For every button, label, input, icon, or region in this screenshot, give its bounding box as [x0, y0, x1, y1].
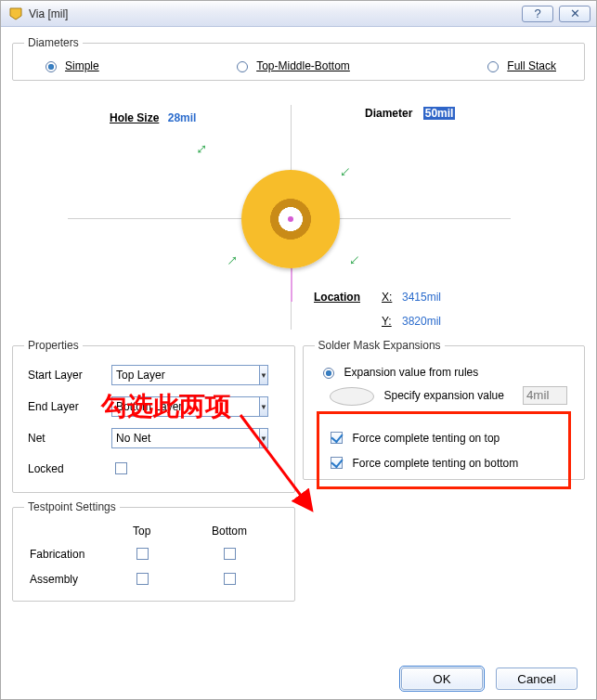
fabrication-top-checkbox[interactable]	[136, 548, 149, 560]
chevron-down-icon[interactable]: ▼	[260, 365, 268, 385]
location-y-label: Y:	[382, 315, 392, 328]
svg-line-1	[240, 415, 310, 508]
assembly-bottom-checkbox[interactable]	[224, 573, 236, 585]
fabrication-bottom-checkbox[interactable]	[224, 548, 236, 560]
tenting-top-option[interactable]: Force complete tenting on top	[327, 429, 562, 447]
assembly-label: Assembly	[24, 566, 108, 591]
solder-mask-group: Solder Mask Expansions Expansion value f…	[303, 339, 586, 480]
fabrication-label: Fabrication	[24, 541, 108, 566]
diameters-group: Diameters Simple Top-Middle-Bottom Full …	[12, 36, 585, 81]
chevron-down-icon[interactable]: ▼	[260, 396, 268, 417]
dimension-arrow-icon: ↔	[188, 136, 214, 162]
via-diagram: Hole Size 28mil Diameter 50mil ↔ → → → L…	[12, 88, 585, 339]
radio-simple[interactable]: Simple	[41, 58, 99, 72]
title-bar[interactable]: Via [mil] ? ✕	[1, 1, 596, 27]
locked-checkbox[interactable]	[115, 462, 127, 474]
diameter-value[interactable]: 50mil	[423, 107, 456, 120]
expansion-value-input[interactable]	[523, 386, 567, 405]
radio-full-stack[interactable]: Full Stack	[483, 58, 556, 72]
via-ring-icon	[241, 170, 340, 268]
annotation-arrow-icon	[240, 415, 333, 526]
close-button[interactable]: ✕	[559, 6, 591, 22]
radio-specify-expansion[interactable]: Specify expansion value	[318, 384, 570, 406]
button-bar: OK Cancel	[401, 668, 578, 690]
location-y-value[interactable]: 3820mil	[402, 315, 441, 328]
end-layer-label: End Layer	[24, 391, 108, 422]
assembly-top-checkbox[interactable]	[136, 573, 149, 585]
location-x-value[interactable]: 3415mil	[402, 291, 441, 304]
net-combo[interactable]: ▼	[111, 428, 232, 448]
dimension-arrow-icon: →	[219, 248, 245, 274]
tenting-bottom-option[interactable]: Force complete tenting on bottom	[327, 454, 562, 472]
window-title: Via [mil]	[29, 7, 516, 20]
diameter-label: Diameter 50mil	[365, 107, 455, 120]
help-button[interactable]: ?	[522, 6, 553, 22]
location-label: Location	[314, 291, 360, 304]
hole-size-label: Hole Size 28mil	[110, 111, 196, 124]
cancel-button[interactable]: Cancel	[496, 668, 578, 690]
dimension-arrow-icon: →	[342, 248, 368, 274]
net-label: Net	[24, 422, 108, 454]
testpoint-legend: Testpoint Settings	[24, 500, 120, 513]
highlight-box: Force complete tenting on top Force comp…	[317, 411, 572, 489]
dialog-window: Via [mil] ? ✕ Diameters Simple Top-Middl…	[0, 0, 597, 700]
properties-legend: Properties	[24, 339, 83, 352]
diameters-legend: Diameters	[24, 36, 83, 49]
solder-mask-legend: Solder Mask Expansions	[315, 339, 445, 352]
client-area: Diameters Simple Top-Middle-Bottom Full …	[1, 27, 596, 699]
radio-expansion-from-rules[interactable]: Expansion value from rules	[318, 365, 570, 379]
location-x-label: X:	[382, 291, 392, 304]
app-icon	[8, 6, 23, 21]
radio-top-middle-bottom[interactable]: Top-Middle-Bottom	[232, 58, 350, 72]
tp-top-header: Top	[108, 521, 176, 541]
dimension-arrow-icon: →	[332, 160, 358, 186]
ok-button[interactable]: OK	[401, 668, 483, 690]
annotation-callout: 勾选此两项	[101, 389, 231, 424]
locked-label: Locked	[24, 454, 108, 483]
start-layer-label: Start Layer	[24, 359, 108, 391]
start-layer-combo[interactable]: ▼	[111, 365, 232, 385]
hole-size-value[interactable]: 28mil	[168, 111, 197, 124]
svg-marker-0	[10, 8, 21, 19]
